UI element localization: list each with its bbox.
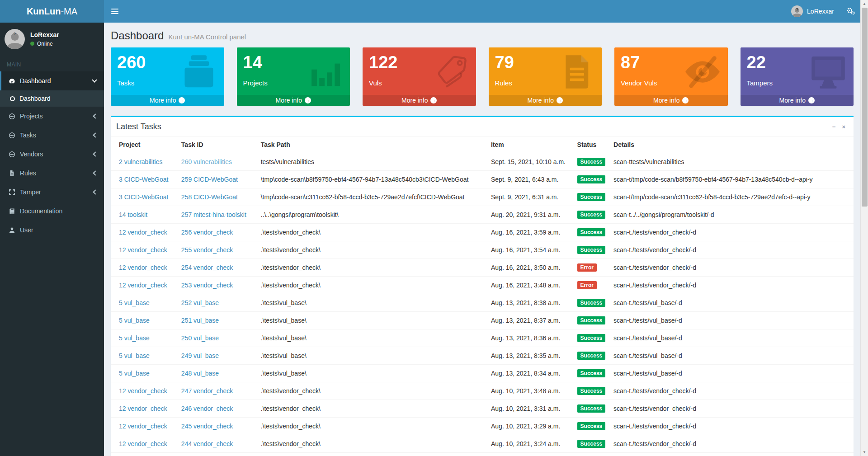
content-wrapper: Dashboard KunLun-MA Control panel 260 Ta… — [104, 0, 860, 456]
brand-logo[interactable]: KunLun-MA — [0, 0, 104, 23]
project-link[interactable]: 5 vul_base — [119, 299, 150, 306]
table-row: 12 vendor_check 256 vendor_check .\tests… — [111, 223, 854, 241]
sidebar-item-tasks[interactable]: Tasks — [0, 126, 104, 145]
sidebar-user-status: Online — [37, 41, 53, 47]
task-id-link[interactable]: 246 vendor_check — [181, 405, 233, 412]
task-id-link[interactable]: 251 vul_base — [181, 317, 219, 324]
table-row: 5 vul_base 252 vul_base .\tests\vul_base… — [111, 294, 854, 311]
book-icon — [8, 207, 15, 215]
task-id-link[interactable]: 260 vulnerabilities — [181, 158, 232, 165]
task-id-link[interactable]: 258 CICD-WebGoat — [181, 193, 238, 201]
scrollbar-thumb[interactable] — [862, 8, 868, 207]
circle-wave-icon — [8, 113, 15, 120]
project-link[interactable]: 12 vendor_check — [119, 440, 167, 447]
sidebar-subitem-dashboard[interactable]: Dashboard — [0, 90, 104, 107]
project-link[interactable]: 5 vul_base — [119, 334, 150, 342]
task-path-cell: .\tests\vendor_check\ — [257, 223, 487, 241]
project-link[interactable]: 5 vul_base — [119, 317, 150, 324]
chevron-left-icon — [92, 152, 97, 156]
more-info-link-tampers[interactable]: More info → — [741, 95, 854, 106]
task-id-link[interactable]: 256 vendor_check — [181, 229, 233, 236]
sidebar-item-rules[interactable]: Rules — [0, 164, 104, 183]
task-id-link[interactable]: 247 vendor_check — [181, 387, 233, 395]
task-id-link[interactable]: 252 vul_base — [181, 299, 219, 306]
sidebar-section-header: MAIN — [0, 55, 104, 71]
task-id-link[interactable]: 248 vul_base — [181, 370, 219, 377]
collapse-button[interactable]: − — [832, 124, 836, 130]
user-avatar: ? — [791, 5, 803, 17]
task-id-link[interactable]: 257 mitest-hina-toolskit — [181, 211, 246, 218]
task-id-link[interactable]: 250 vul_base — [181, 334, 219, 342]
close-button[interactable]: × — [842, 124, 845, 130]
details-cell: scan-t./tests/vendor_check/-d — [610, 382, 854, 400]
col-status: Status — [574, 136, 610, 153]
arrow-circle-right-icon: → — [430, 97, 437, 103]
item-date-cell: Sept. 9, 2021, 6:43 a.m. — [487, 170, 574, 188]
details-cell: scan-t/tmp/code-scan/c311cc62-bf58-4ccd-… — [610, 188, 854, 206]
project-link[interactable]: 12 vendor_check — [119, 264, 167, 271]
task-path-cell: ..\..\gongsi\program\toolskit\ — [257, 206, 487, 223]
project-link[interactable]: 2 vulnerabilities — [119, 158, 163, 165]
sidebar-toggle-button[interactable] — [104, 0, 126, 23]
item-date-cell: Aug. 13, 2021, 8:34 a.m. — [487, 364, 574, 382]
user-menu[interactable]: ? LoRexxar — [785, 0, 840, 23]
info-box-vendor-vuls: 87 Vendor Vuls More info → — [614, 47, 728, 106]
project-link[interactable]: 5 vul_base — [119, 352, 150, 359]
task-id-link[interactable]: 253 vendor_check — [181, 282, 233, 289]
project-link[interactable]: 12 vendor_check — [119, 387, 167, 395]
details-cell: scan-t./tests/vul_base/-d — [610, 294, 854, 311]
scroll-down-arrow[interactable]: ▼ — [861, 448, 868, 456]
project-link[interactable]: 12 vendor_check — [119, 282, 167, 289]
sidebar-item-dashboard[interactable]: Dashboard Dashboard — [0, 71, 104, 107]
details-cell: scan-t./tests/vendor_check/-d — [610, 276, 854, 294]
table-row: 12 vendor_check 245 vendor_check .\tests… — [111, 417, 854, 435]
project-link[interactable]: 12 vendor_check — [119, 423, 167, 430]
project-link[interactable]: 14 toolskit — [119, 211, 147, 218]
task-id-link[interactable]: 255 vendor_check — [181, 246, 233, 254]
details-cell: scan-t/tmp/code-scan/b8f59750-ebf4-4567-… — [610, 170, 854, 188]
project-link[interactable]: 12 vendor_check — [119, 405, 167, 412]
task-path-cell: .\tests\vul_base\ — [257, 311, 487, 329]
task-id-link[interactable]: 259 CICD-WebGoat — [181, 176, 238, 183]
item-date-cell: Aug. 10, 2021, 3:29 a.m. — [487, 417, 574, 435]
item-date-cell: Aug. 16, 2021, 3:59 a.m. — [487, 223, 574, 241]
tasks-table-body: 2 vulnerabilities 260 vulnerabilities te… — [111, 153, 854, 456]
chevron-left-icon — [92, 114, 97, 118]
more-info-link-vuls[interactable]: More info → — [363, 95, 476, 106]
chevron-left-icon — [92, 133, 97, 137]
circle-o-icon — [10, 96, 15, 101]
details-cell: scan-ttests/vulnerabilities — [610, 153, 854, 170]
task-id-link[interactable]: 244 vendor_check — [181, 440, 233, 447]
settings-gears-button[interactable] — [840, 0, 860, 23]
project-link[interactable]: 12 vendor_check — [119, 229, 167, 236]
task-id-link[interactable]: 245 vendor_check — [181, 423, 233, 430]
table-row: 12 vendor_check 255 vendor_check .\tests… — [111, 241, 854, 259]
project-link[interactable]: 3 CICD-WebGoat — [119, 193, 168, 201]
sidebar-item-user[interactable]: User — [0, 221, 104, 240]
arrow-circle-right-icon: → — [808, 97, 815, 103]
project-link[interactable]: 5 vul_base — [119, 370, 150, 377]
sidebar-item-projects[interactable]: Projects — [0, 107, 104, 126]
task-id-link[interactable]: 254 vendor_check — [181, 264, 233, 271]
more-info-link-tasks[interactable]: More info → — [111, 95, 224, 106]
task-id-link[interactable]: 249 vul_base — [181, 352, 219, 359]
details-cell: scan-t./tests/vendor_check/-d — [610, 452, 854, 456]
item-date-cell: Aug. 10, 2021, 3:48 a.m. — [487, 382, 574, 400]
chevron-down-icon — [92, 79, 97, 83]
sidebar-item-tamper[interactable]: Tamper — [0, 183, 104, 202]
status-badge: Success — [577, 228, 606, 236]
more-info-link-vendor-vuls[interactable]: More info → — [614, 95, 728, 106]
sidebar-item-vendors[interactable]: Vendors — [0, 145, 104, 164]
scroll-up-arrow[interactable]: ▲ — [861, 0, 868, 8]
panel-header: Latest Tasks − × — [111, 117, 854, 136]
top-navbar: KunLun-MA ? LoRexxar — [0, 0, 860, 23]
status-badge: Success — [577, 352, 606, 360]
more-info-link-rules[interactable]: More info → — [489, 95, 602, 106]
sidebar-item-documentation[interactable]: Documentation — [0, 202, 104, 221]
sidebar-user-name: LoRexxar — [30, 31, 59, 38]
scrollbar[interactable]: ▲ ▼ — [860, 0, 868, 456]
more-info-link-projects[interactable]: More info → — [237, 95, 350, 106]
dashboard-submenu: Dashboard — [0, 90, 104, 107]
project-link[interactable]: 3 CICD-WebGoat — [119, 176, 168, 183]
project-link[interactable]: 12 vendor_check — [119, 246, 167, 254]
